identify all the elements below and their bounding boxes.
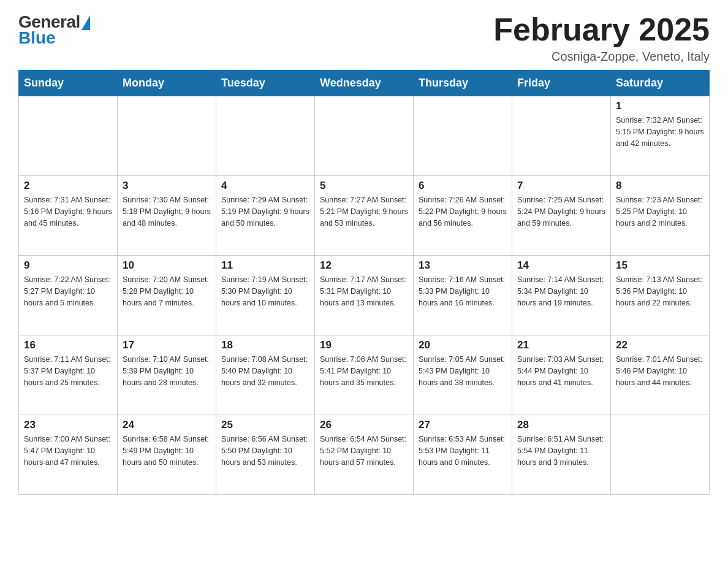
table-row: 26Sunrise: 6:54 AM Sunset: 5:52 PM Dayli… <box>315 415 414 495</box>
day-info: Sunrise: 7:06 AM Sunset: 5:41 PM Dayligh… <box>320 354 408 388</box>
day-number: 9 <box>24 259 112 272</box>
day-info: Sunrise: 7:29 AM Sunset: 5:19 PM Dayligh… <box>221 194 309 229</box>
day-number: 22 <box>616 339 704 351</box>
day-number: 16 <box>24 339 112 351</box>
day-number: 20 <box>419 339 507 351</box>
calendar-week-4: 16Sunrise: 7:11 AM Sunset: 5:37 PM Dayli… <box>19 335 710 415</box>
day-number: 7 <box>517 180 605 192</box>
table-row: 27Sunrise: 6:53 AM Sunset: 5:53 PM Dayli… <box>414 415 512 495</box>
title-block: February 2025 Cosniga-Zoppe, Veneto, Ita… <box>493 12 710 64</box>
table-row: 13Sunrise: 7:16 AM Sunset: 5:33 PM Dayli… <box>414 256 512 335</box>
day-number: 5 <box>320 180 408 192</box>
col-saturday: Saturday <box>611 71 710 96</box>
col-thursday: Thursday <box>414 71 512 96</box>
day-info: Sunrise: 7:11 AM Sunset: 5:37 PM Dayligh… <box>24 354 112 388</box>
day-info: Sunrise: 7:10 AM Sunset: 5:39 PM Dayligh… <box>123 354 211 388</box>
day-number: 1 <box>616 100 704 112</box>
day-number: 28 <box>517 419 605 431</box>
table-row <box>414 96 512 176</box>
day-number: 24 <box>123 419 211 431</box>
table-row: 8Sunrise: 7:23 AM Sunset: 5:25 PM Daylig… <box>611 176 710 256</box>
page-header: General Blue February 2025 Cosniga-Zoppe… <box>18 12 710 64</box>
table-row: 22Sunrise: 7:01 AM Sunset: 5:46 PM Dayli… <box>611 335 710 415</box>
day-info: Sunrise: 7:30 AM Sunset: 5:18 PM Dayligh… <box>123 194 211 229</box>
day-number: 3 <box>123 180 211 192</box>
table-row: 25Sunrise: 6:56 AM Sunset: 5:50 PM Dayli… <box>216 415 315 495</box>
day-number: 25 <box>221 419 309 431</box>
day-number: 10 <box>123 259 211 272</box>
table-row: 5Sunrise: 7:27 AM Sunset: 5:21 PM Daylig… <box>315 176 414 256</box>
day-info: Sunrise: 7:00 AM Sunset: 5:47 PM Dayligh… <box>24 434 112 468</box>
table-row: 15Sunrise: 7:13 AM Sunset: 5:36 PM Dayli… <box>611 256 710 335</box>
logo: General Blue <box>18 12 90 48</box>
day-info: Sunrise: 7:31 AM Sunset: 5:16 PM Dayligh… <box>24 194 112 229</box>
table-row: 17Sunrise: 7:10 AM Sunset: 5:39 PM Dayli… <box>118 335 216 415</box>
day-number: 2 <box>24 180 112 192</box>
calendar-table: Sunday Monday Tuesday Wednesday Thursday… <box>18 70 710 495</box>
day-number: 26 <box>320 419 408 431</box>
day-info: Sunrise: 6:53 AM Sunset: 5:53 PM Dayligh… <box>419 434 507 468</box>
main-title: February 2025 <box>493 12 710 47</box>
calendar-week-5: 23Sunrise: 7:00 AM Sunset: 5:47 PM Dayli… <box>19 415 710 495</box>
logo-blue-text: Blue <box>18 28 56 48</box>
table-row: 7Sunrise: 7:25 AM Sunset: 5:24 PM Daylig… <box>512 176 611 256</box>
table-row: 21Sunrise: 7:03 AM Sunset: 5:44 PM Dayli… <box>512 335 611 415</box>
day-info: Sunrise: 6:54 AM Sunset: 5:52 PM Dayligh… <box>320 434 408 468</box>
day-number: 17 <box>123 339 211 351</box>
table-row: 1Sunrise: 7:32 AM Sunset: 5:15 PM Daylig… <box>611 96 710 176</box>
day-number: 19 <box>320 339 408 351</box>
table-row <box>118 96 216 176</box>
calendar-week-3: 9Sunrise: 7:22 AM Sunset: 5:27 PM Daylig… <box>19 256 710 335</box>
table-row: 10Sunrise: 7:20 AM Sunset: 5:28 PM Dayli… <box>118 256 216 335</box>
table-row: 19Sunrise: 7:06 AM Sunset: 5:41 PM Dayli… <box>315 335 414 415</box>
table-row: 14Sunrise: 7:14 AM Sunset: 5:34 PM Dayli… <box>512 256 611 335</box>
table-row: 2Sunrise: 7:31 AM Sunset: 5:16 PM Daylig… <box>19 176 118 256</box>
day-info: Sunrise: 7:25 AM Sunset: 5:24 PM Dayligh… <box>517 194 605 229</box>
table-row: 23Sunrise: 7:00 AM Sunset: 5:47 PM Dayli… <box>19 415 118 495</box>
table-row <box>19 96 118 176</box>
day-info: Sunrise: 7:08 AM Sunset: 5:40 PM Dayligh… <box>221 354 309 388</box>
table-row: 9Sunrise: 7:22 AM Sunset: 5:27 PM Daylig… <box>19 256 118 335</box>
day-info: Sunrise: 7:05 AM Sunset: 5:43 PM Dayligh… <box>419 354 507 388</box>
day-number: 6 <box>419 180 507 192</box>
calendar-week-1: 1Sunrise: 7:32 AM Sunset: 5:15 PM Daylig… <box>19 96 710 176</box>
day-info: Sunrise: 7:32 AM Sunset: 5:15 PM Dayligh… <box>616 115 704 149</box>
col-sunday: Sunday <box>19 71 118 96</box>
table-row: 20Sunrise: 7:05 AM Sunset: 5:43 PM Dayli… <box>414 335 512 415</box>
day-info: Sunrise: 7:23 AM Sunset: 5:25 PM Dayligh… <box>616 194 704 229</box>
col-monday: Monday <box>118 71 216 96</box>
table-row: 28Sunrise: 6:51 AM Sunset: 5:54 PM Dayli… <box>512 415 611 495</box>
day-number: 18 <box>221 339 309 351</box>
subtitle: Cosniga-Zoppe, Veneto, Italy <box>493 50 710 64</box>
day-number: 13 <box>419 259 507 272</box>
day-number: 12 <box>320 259 408 272</box>
day-info: Sunrise: 7:13 AM Sunset: 5:36 PM Dayligh… <box>616 274 704 308</box>
table-row: 4Sunrise: 7:29 AM Sunset: 5:19 PM Daylig… <box>216 176 315 256</box>
day-number: 21 <box>517 339 605 351</box>
table-row: 24Sunrise: 6:58 AM Sunset: 5:49 PM Dayli… <box>118 415 216 495</box>
day-number: 4 <box>221 180 309 192</box>
col-wednesday: Wednesday <box>315 71 414 96</box>
day-info: Sunrise: 7:16 AM Sunset: 5:33 PM Dayligh… <box>419 274 507 308</box>
table-row: 16Sunrise: 7:11 AM Sunset: 5:37 PM Dayli… <box>19 335 118 415</box>
day-info: Sunrise: 7:26 AM Sunset: 5:22 PM Dayligh… <box>419 194 507 229</box>
day-info: Sunrise: 7:22 AM Sunset: 5:27 PM Dayligh… <box>24 274 112 308</box>
table-row: 11Sunrise: 7:19 AM Sunset: 5:30 PM Dayli… <box>216 256 315 335</box>
table-row: 6Sunrise: 7:26 AM Sunset: 5:22 PM Daylig… <box>414 176 512 256</box>
day-info: Sunrise: 7:17 AM Sunset: 5:31 PM Dayligh… <box>320 274 408 308</box>
day-info: Sunrise: 6:58 AM Sunset: 5:49 PM Dayligh… <box>123 434 211 468</box>
table-row: 18Sunrise: 7:08 AM Sunset: 5:40 PM Dayli… <box>216 335 315 415</box>
table-row <box>611 415 710 495</box>
day-number: 27 <box>419 419 507 431</box>
day-info: Sunrise: 7:27 AM Sunset: 5:21 PM Dayligh… <box>320 194 408 229</box>
logo-triangle-icon <box>82 15 90 30</box>
day-number: 14 <box>517 259 605 272</box>
day-info: Sunrise: 7:19 AM Sunset: 5:30 PM Dayligh… <box>221 274 309 308</box>
table-row <box>512 96 611 176</box>
day-number: 23 <box>24 419 112 431</box>
day-number: 15 <box>616 259 704 272</box>
day-number: 11 <box>221 259 309 272</box>
calendar-week-2: 2Sunrise: 7:31 AM Sunset: 5:16 PM Daylig… <box>19 176 710 256</box>
table-row: 12Sunrise: 7:17 AM Sunset: 5:31 PM Dayli… <box>315 256 414 335</box>
table-row <box>315 96 414 176</box>
